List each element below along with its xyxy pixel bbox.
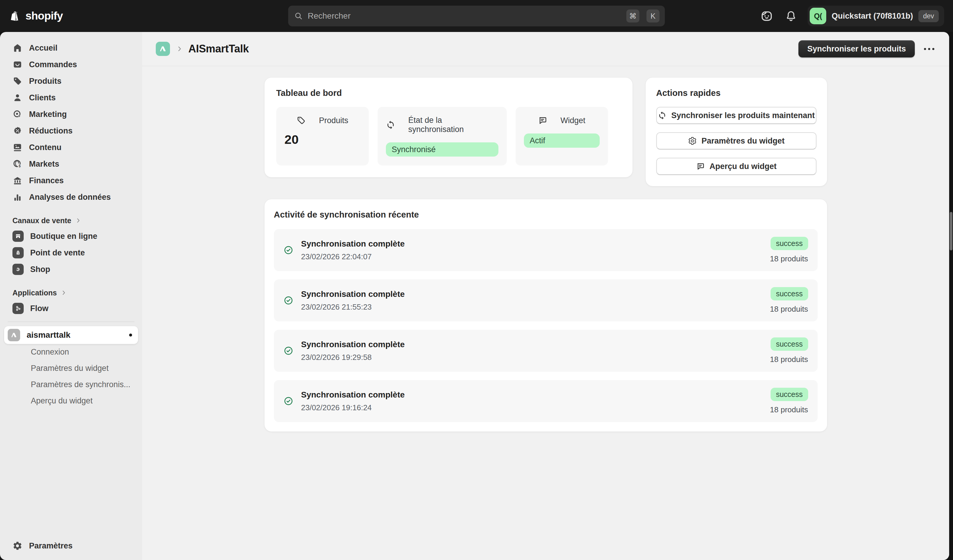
sync-products-button[interactable]: Synchroniser les produits [798, 40, 915, 57]
sync-status-badge: Synchronisé [386, 142, 498, 156]
activity-row: Synchronisation complète 23/02/2026 19:1… [274, 380, 818, 422]
sidebar-item-label: Clients [29, 93, 56, 102]
sidebar-subitem-connexion[interactable]: Connexion [4, 344, 138, 360]
scrollbar-thumb[interactable] [950, 212, 952, 251]
aismarttalk-page-icon [156, 42, 170, 56]
sidebar-item-parametres[interactable]: Paramètres [4, 537, 138, 554]
sidebar-item-boutique-en-ligne[interactable]: Boutique en ligne [4, 228, 138, 244]
stat-label: Produits [319, 116, 348, 125]
sidebar-item-reductions[interactable]: Réductions [4, 122, 138, 139]
store-switcher[interactable]: Q( Quickstart (70f8101b) dev [808, 6, 944, 26]
sidebar-item-label: Point de vente [30, 248, 85, 257]
tag-outline-icon [296, 116, 306, 125]
activity-row-timestamp: 23/02/2026 21:55:23 [301, 303, 405, 312]
notifications-button[interactable] [783, 8, 799, 24]
sales-channels-header[interactable]: Canaux de vente [4, 213, 138, 228]
sidebar-item-point-de-vente[interactable]: Point de vente [4, 244, 138, 261]
shopify-wordmark: shopify [25, 10, 63, 22]
stat-produits: Produits 20 [276, 107, 369, 166]
activity-row-products: 18 produits [770, 254, 808, 263]
activity-row-products: 18 produits [770, 305, 808, 314]
activity-row-products: 18 produits [770, 405, 808, 415]
sidebar-subitem-apercu-widget[interactable]: Aperçu du widget [4, 393, 138, 409]
sidebar-item-flow[interactable]: Flow [4, 300, 138, 317]
dashboard-card: Tableau de bord Produits 20 [264, 77, 633, 177]
page-title: AISmartTalk [188, 43, 249, 55]
sidebar-item-label: Flow [30, 304, 48, 313]
widget-settings-button[interactable]: Paramètres du widget [656, 132, 816, 150]
gear-icon [12, 541, 23, 551]
activity-row-timestamp: 23/02/2026 19:29:58 [301, 353, 405, 362]
activity-row-timestamp: 23/02/2026 22:04:07 [301, 252, 405, 261]
bell-icon [785, 10, 797, 22]
store-avatar: Q( [810, 8, 826, 24]
main-content: AISmartTalk Synchroniser les produits Ta… [142, 32, 949, 560]
search-icon [294, 12, 303, 20]
status-badge: success [771, 337, 808, 351]
chat-bubble-icon [538, 116, 547, 125]
shopify-logo[interactable]: shopify [9, 9, 63, 23]
sidebar-item-label: Produits [29, 77, 62, 86]
sidebar-divider [8, 322, 135, 322]
apps-header[interactable]: Applications [4, 285, 138, 300]
svg-text:$: $ [19, 164, 21, 168]
k-key-badge: K [646, 9, 660, 23]
sidebar-item-marketing[interactable]: Marketing [4, 106, 138, 122]
activity-title: Activité de synchronisation récente [274, 210, 818, 220]
overflow-menu-button[interactable] [921, 40, 937, 57]
sales-channels-label: Canaux de vente [12, 217, 71, 225]
app-frame: Accueil Commandes Produits Clients Marke… [0, 32, 949, 560]
button-label: Aperçu du widget [709, 162, 777, 171]
target-cursor-icon [12, 109, 23, 119]
bar-chart-icon [12, 192, 23, 202]
check-circle-icon [283, 245, 293, 255]
sidebar-item-produits[interactable]: Produits [4, 73, 138, 90]
activity-row: Synchronisation complète 23/02/2026 22:0… [274, 229, 818, 271]
sidebar-item-label: Accueil [29, 43, 57, 53]
stat-label: Widget [560, 116, 585, 125]
stat-sync-status: État de la synchronisation Synchronisé [377, 107, 507, 166]
pos-icon [12, 247, 24, 258]
sidebar: Accueil Commandes Produits Clients Marke… [0, 32, 142, 560]
sidebar-item-commandes[interactable]: Commandes [4, 56, 138, 73]
stat-value-produits: 20 [285, 132, 360, 147]
sidebar-item-aismarttalk[interactable]: aismarttalk [4, 326, 138, 344]
sidebar-subitem-parametres-synchronisation[interactable]: Paramètres de synchronis... [4, 376, 138, 393]
global-search[interactable]: ⌘ K [288, 6, 665, 26]
sidebar-item-label: Markets [29, 159, 59, 169]
sidebar-item-clients[interactable]: Clients [4, 90, 138, 106]
sync-icon [658, 111, 667, 120]
sidebar-item-finances[interactable]: Finances [4, 172, 138, 189]
sidekick-button[interactable] [759, 8, 775, 24]
activity-row-title: Synchronisation complète [301, 390, 405, 399]
aismarttalk-app-icon [8, 329, 20, 341]
discount-icon [12, 126, 23, 136]
sidebar-item-shop[interactable]: Shop [4, 261, 138, 278]
cmd-key-badge: ⌘ [626, 9, 639, 23]
button-label: Paramètres du widget [702, 136, 785, 145]
sidebar-subitem-parametres-widget[interactable]: Paramètres du widget [4, 360, 138, 376]
page-header: AISmartTalk Synchroniser les produits [142, 32, 949, 66]
image-icon [12, 142, 23, 152]
chevron-right-icon [75, 217, 81, 224]
activity-row: Synchronisation complète 23/02/2026 19:2… [274, 330, 818, 372]
tag-icon [12, 76, 23, 86]
bank-icon [12, 175, 23, 186]
sidebar-item-label: Analyses de données [29, 193, 111, 202]
sync-now-button[interactable]: Synchroniser les produits maintenant [656, 107, 816, 124]
shop-app-icon [12, 264, 24, 275]
home-icon [12, 43, 23, 53]
sidebar-item-markets[interactable]: $ Markets [4, 156, 138, 172]
sidebar-item-label: Shop [30, 265, 50, 274]
online-store-icon [12, 230, 24, 242]
dev-badge: dev [918, 10, 939, 22]
sync-icon [386, 120, 395, 130]
activity-row-timestamp: 23/02/2026 19:16:24 [301, 403, 405, 412]
widget-preview-button[interactable]: Aperçu du widget [656, 158, 816, 175]
sidebar-item-contenu[interactable]: Contenu [4, 139, 138, 156]
sidebar-item-analyses[interactable]: Analyses de données [4, 189, 138, 206]
activity-row-products: 18 produits [770, 355, 808, 364]
sidebar-item-accueil[interactable]: Accueil [4, 40, 138, 56]
chat-bubble-icon [696, 162, 705, 171]
search-input[interactable] [308, 11, 622, 21]
